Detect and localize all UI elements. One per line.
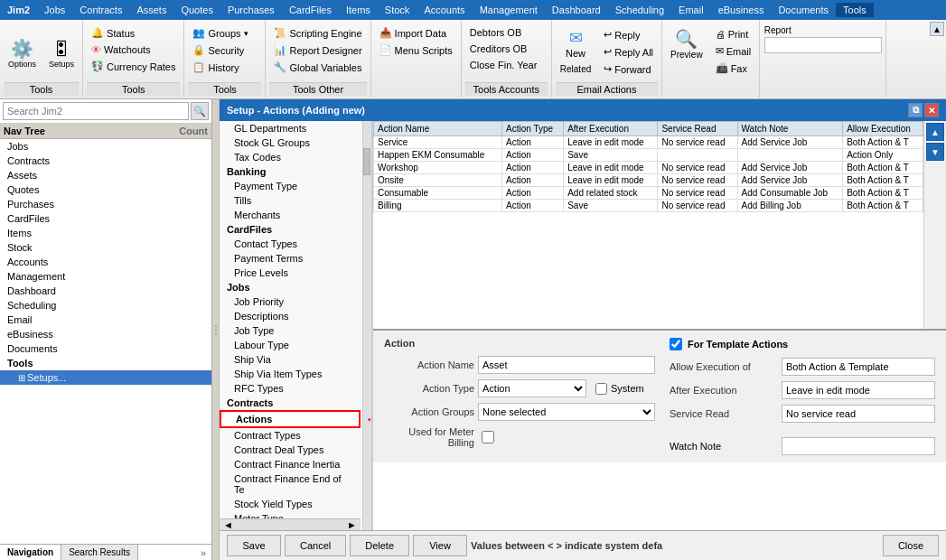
grid-row-onsite[interactable]: Onsite Action Leave in edit mode No serv… bbox=[374, 174, 923, 187]
menu-management[interactable]: Management bbox=[473, 3, 545, 17]
tree-contract-types[interactable]: Contract Types bbox=[220, 428, 361, 443]
forward-button[interactable]: ↪ Forward bbox=[599, 61, 658, 77]
close-fin-year-button[interactable]: Close Fin. Year bbox=[465, 58, 542, 72]
tree-ship-via[interactable]: Ship Via bbox=[220, 352, 361, 367]
email-related-button[interactable]: Related bbox=[556, 61, 595, 77]
menu-documents[interactable]: Documents bbox=[771, 3, 836, 17]
sidebar-item-purchases[interactable]: Purchases bbox=[0, 197, 211, 211]
preview-button[interactable]: 🔍 Preview bbox=[666, 25, 707, 62]
report-input[interactable] bbox=[764, 37, 882, 53]
save-button[interactable]: Save bbox=[227, 535, 281, 556]
delete-button[interactable]: Delete bbox=[350, 535, 409, 556]
tree-jobs[interactable]: Jobs bbox=[220, 280, 361, 294]
dialog-close-button[interactable]: ✕ bbox=[924, 103, 939, 117]
tree-contact-types[interactable]: Contact Types bbox=[220, 237, 361, 251]
menu-email[interactable]: Email bbox=[671, 3, 711, 17]
for-template-checkbox[interactable] bbox=[670, 338, 682, 350]
reply-all-button[interactable]: ↩ Reply All bbox=[599, 44, 658, 60]
sidebar-item-quotes[interactable]: Quotes bbox=[0, 182, 211, 197]
sidebar-item-documents[interactable]: Documents bbox=[0, 341, 211, 356]
sidebar-divider[interactable] bbox=[212, 99, 220, 560]
grid-row-consumable[interactable]: Consumable Action Add related stock No s… bbox=[374, 187, 923, 200]
watch-note-input[interactable] bbox=[782, 437, 935, 455]
tree-payment-type[interactable]: Payment Type bbox=[220, 179, 361, 193]
global-variables-button[interactable]: 🔧 Global Variables bbox=[269, 60, 366, 75]
grid-row-workshop[interactable]: Workshop Action Leave in edit mode No se… bbox=[374, 162, 923, 174]
grid-row-happen-ekm[interactable]: Happen EKM Consumable Action Save Action… bbox=[374, 149, 923, 162]
menu-scripts-button[interactable]: 📄 Menu Scripts bbox=[375, 42, 457, 58]
view-button[interactable]: View bbox=[413, 535, 467, 556]
menu-stock[interactable]: Stock bbox=[378, 3, 417, 17]
service-read-input[interactable] bbox=[782, 405, 935, 423]
menu-assets[interactable]: Assets bbox=[129, 3, 173, 17]
sidebar-item-scheduling[interactable]: Scheduling bbox=[0, 298, 211, 313]
tree-contract-finance-inertia[interactable]: Contract Finance Inertia bbox=[220, 457, 361, 471]
sidebar-item-items[interactable]: Items bbox=[0, 226, 211, 240]
grid-down-button[interactable]: ▼ bbox=[926, 143, 944, 161]
tree-scroll-left[interactable]: ◄ bbox=[220, 519, 237, 530]
tree-contract-finance-end[interactable]: Contract Finance End of Te bbox=[220, 471, 361, 497]
menu-items[interactable]: Items bbox=[339, 3, 378, 17]
menu-jobs[interactable]: Jobs bbox=[37, 3, 72, 17]
grid-row-billing[interactable]: Billing Action Save No service read Add … bbox=[374, 200, 923, 212]
groups-button[interactable]: 👥 Groups ▾ bbox=[188, 25, 252, 41]
sidebar-item-ebusiness[interactable]: eBusiness bbox=[0, 327, 211, 341]
debtors-ob-button[interactable]: Debtors OB bbox=[465, 25, 542, 40]
search-button[interactable]: 🔍 bbox=[191, 102, 209, 120]
menu-accounts[interactable]: Accounts bbox=[417, 3, 472, 17]
tree-tax-codes[interactable]: Tax Codes bbox=[220, 150, 361, 164]
fax-button[interactable]: 📠 Fax bbox=[711, 61, 756, 76]
tree-contract-deal-types[interactable]: Contract Deal Types bbox=[220, 443, 361, 457]
ribbon-collapse-button[interactable]: ▲ bbox=[930, 22, 944, 36]
watchouts-button[interactable]: 👁 Watchouts bbox=[87, 42, 180, 57]
tab-search-results[interactable]: Search Results bbox=[61, 545, 138, 560]
menu-contracts[interactable]: Contracts bbox=[72, 3, 129, 17]
sidebar-item-assets[interactable]: Assets bbox=[0, 168, 211, 182]
close-button[interactable]: Close bbox=[883, 535, 939, 556]
menu-tools[interactable]: Tools bbox=[836, 3, 874, 17]
menu-purchases[interactable]: Purchases bbox=[220, 3, 282, 17]
print-button[interactable]: 🖨 Print bbox=[711, 27, 756, 42]
tree-ship-via-item-types[interactable]: Ship Via Item Types bbox=[220, 367, 361, 381]
allow-execution-input[interactable] bbox=[782, 358, 935, 376]
creditors-ob-button[interactable]: Creditors OB bbox=[465, 42, 542, 56]
email-new-button[interactable]: ✉ New bbox=[561, 25, 590, 61]
tree-job-priority[interactable]: Job Priority bbox=[220, 294, 361, 309]
tree-tills[interactable]: Tills bbox=[220, 193, 361, 208]
menu-dashboard[interactable]: Dashboard bbox=[545, 3, 608, 17]
menu-scheduling[interactable]: Scheduling bbox=[608, 3, 671, 17]
cancel-button[interactable]: Cancel bbox=[285, 535, 346, 556]
tree-job-type[interactable]: Job Type bbox=[220, 323, 361, 338]
security-button[interactable]: 🔒 Security bbox=[188, 42, 252, 58]
sidebar-item-stock[interactable]: Stock bbox=[0, 240, 211, 255]
import-data-button[interactable]: 📥 Import Data bbox=[375, 25, 457, 41]
menu-ebusiness[interactable]: eBusiness bbox=[711, 3, 772, 17]
sidebar-expand-button[interactable]: » bbox=[195, 546, 211, 560]
sidebar-item-setups[interactable]: ⊞ Setups... bbox=[0, 370, 211, 385]
sidebar-item-management[interactable]: Management bbox=[0, 269, 211, 284]
sidebar-item-tools[interactable]: Tools bbox=[0, 356, 211, 370]
tree-stock-yield-types[interactable]: Stock Yield Types bbox=[220, 497, 361, 511]
sidebar-item-cardfiles[interactable]: CardFiles bbox=[0, 211, 211, 226]
system-checkbox[interactable] bbox=[595, 383, 607, 395]
tree-price-levels[interactable]: Price Levels bbox=[220, 266, 361, 280]
menu-cardfiles[interactable]: CardFiles bbox=[282, 3, 339, 17]
email-preview-button[interactable]: ✉ Email bbox=[711, 43, 756, 59]
status-button[interactable]: 🔔 Status bbox=[87, 25, 180, 41]
tree-banking[interactable]: Banking bbox=[220, 164, 361, 179]
grid-row-service[interactable]: Service Action Leave in edit mode No ser… bbox=[374, 136, 923, 149]
tree-scroll-right[interactable]: ► bbox=[343, 519, 361, 530]
sidebar-item-accounts[interactable]: Accounts bbox=[0, 255, 211, 269]
sidebar-item-contracts[interactable]: Contracts bbox=[0, 154, 211, 168]
tree-merchants[interactable]: Merchants bbox=[220, 208, 361, 222]
dialog-restore-button[interactable]: ⧉ bbox=[908, 103, 923, 117]
grid-up-button[interactable]: ▲ bbox=[926, 123, 944, 141]
scripting-engine-button[interactable]: 📜 Scripting Engine bbox=[269, 25, 366, 41]
tree-contracts[interactable]: Contracts bbox=[220, 396, 361, 410]
tab-navigation[interactable]: Navigation bbox=[0, 545, 61, 560]
setups-button[interactable]: 🎛 Setups bbox=[44, 37, 79, 71]
tree-cardfiles[interactable]: CardFiles bbox=[220, 222, 361, 237]
options-button[interactable]: ⚙️ Options bbox=[4, 37, 41, 71]
tree-rfc-types[interactable]: RFC Types bbox=[220, 381, 361, 396]
tree-stock-gl-groups[interactable]: Stock GL Groups bbox=[220, 135, 361, 150]
